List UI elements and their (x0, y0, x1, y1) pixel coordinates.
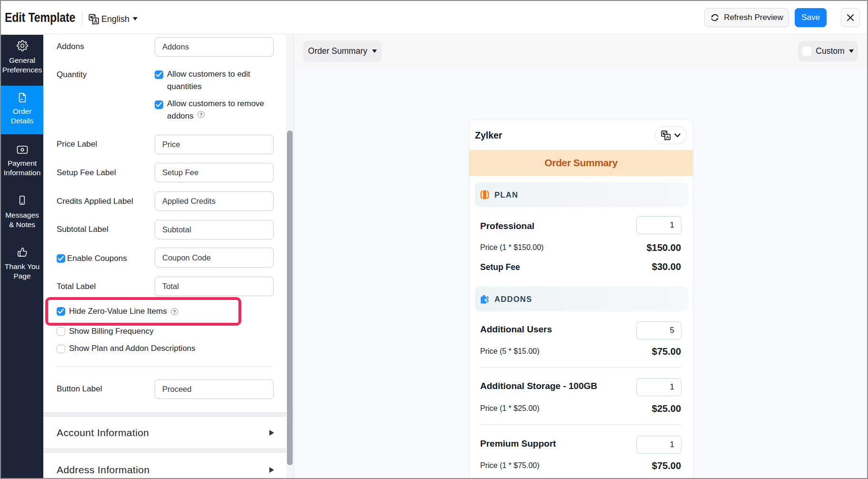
svg-text:A: A (94, 19, 97, 24)
svg-text:A: A (666, 134, 669, 140)
